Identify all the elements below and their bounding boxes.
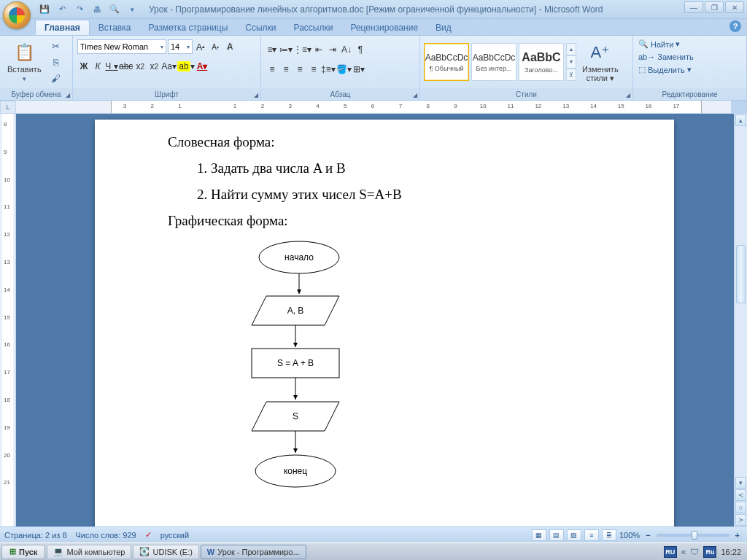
dialog-launcher-icon[interactable]: ◢ [626,92,630,98]
shading-button[interactable]: 🪣▾ [336,62,352,77]
find-button[interactable]: 🔍Найти ▾ [636,39,743,50]
scroll-thumb[interactable] [736,245,746,303]
browse-object-icon[interactable]: ○ [735,502,746,513]
indent-decrease-button[interactable]: ⇤ [312,42,325,57]
close-button[interactable]: ✕ [725,1,744,13]
gallery-down-icon[interactable]: ▾ [566,55,576,68]
ruler-vertical[interactable]: 89101112131415161718192021 [0,114,16,526]
tray-lang-1[interactable]: RU [664,546,677,558]
task-word[interactable]: WУрок - Программиро... [201,545,306,559]
bullets-button[interactable]: ≡▾ [266,42,279,57]
line-spacing-button[interactable]: ‡≡▾ [321,62,336,77]
minimize-button[interactable]: — [684,1,703,13]
cut-icon[interactable]: ✂ [49,39,63,53]
status-page[interactable]: Страница: 2 из 8 [4,531,67,540]
gallery-more-icon[interactable]: ⊻ [566,69,576,81]
save-icon[interactable]: 💾 [38,3,51,16]
bold-button[interactable]: Ж [77,59,90,74]
shrink-font-icon[interactable]: A▾ [209,39,222,54]
underline-button[interactable]: Ч ▾ [105,59,118,74]
preview-icon[interactable]: 🔍 [108,3,121,16]
zoom-out-icon[interactable]: − [643,531,653,540]
copy-icon[interactable]: ⎘ [49,55,63,69]
tab-home[interactable]: Главная [35,20,90,35]
replace-button[interactable]: ab→Заменить [636,52,743,62]
tray-shield-icon[interactable]: 🛡 [690,547,699,557]
gallery-scroll: ▴ ▾ ⊻ [566,43,576,81]
align-right-button[interactable]: ≡ [293,62,306,77]
sort-button[interactable]: A↓ [340,42,353,57]
style-no-spacing[interactable]: AaBbCcDcБез интер... [471,43,516,81]
dialog-launcher-icon[interactable]: ◢ [66,92,70,98]
tray-chevron-icon[interactable]: « [681,547,686,557]
view-draft[interactable]: ≣ [602,529,616,541]
change-styles-button[interactable]: A⁺ Изменить стили ▾ [578,40,622,85]
select-button[interactable]: ⬚Выделить ▾ [636,64,743,75]
tab-page-layout[interactable]: Разметка страницы [139,20,236,35]
grow-font-icon[interactable]: A▴ [194,39,207,54]
task-my-computer[interactable]: 💻Мой компьютер [47,545,131,559]
zoom-slider[interactable] [657,534,729,537]
tab-view[interactable]: Вид [427,20,460,35]
tab-mailings[interactable]: Рассылки [285,20,342,35]
align-center-button[interactable]: ≡ [279,62,293,77]
font-size-select[interactable]: 14▾ [168,39,193,54]
ruler-horizontal[interactable]: 321 1234 5678 9101112 13141516 17 [16,101,731,114]
subscript-button[interactable]: x2 [133,59,147,74]
view-full-reading[interactable]: ▤ [549,529,564,541]
redo-icon[interactable]: ↷ [73,3,86,16]
format-painter-icon[interactable]: 🖌 [49,71,63,85]
tab-insert[interactable]: Вставка [90,20,140,35]
italic-button[interactable]: К [91,59,104,74]
style-normal[interactable]: AaBbCcDc¶ Обычный [424,43,469,81]
tray-clock[interactable]: 16:22 [721,548,741,556]
scrollbar-vertical[interactable]: ▴ ▾ ≺ ○ ≻ [734,114,747,526]
change-case-button[interactable]: Aa▾ [161,59,177,74]
indent-increase-button[interactable]: ⇥ [326,42,339,57]
view-print-layout[interactable]: ▦ [532,529,546,541]
zoom-label[interactable]: 100% [619,531,640,540]
scroll-up-icon[interactable]: ▴ [735,114,746,126]
font-color-button[interactable]: A▾ [196,59,209,74]
office-button[interactable] [3,1,31,29]
view-web[interactable]: ▧ [567,529,581,541]
status-language[interactable]: русский [160,531,189,540]
help-icon[interactable]: ? [729,20,741,32]
status-words[interactable]: Число слов: 929 [76,531,136,540]
tray-lang-2[interactable]: Ru [703,546,716,558]
style-heading[interactable]: AaBbCЗаголово... [519,43,564,81]
highlight-button[interactable]: ab▾ [177,59,195,74]
justify-button[interactable]: ≡ [307,62,320,77]
tab-review[interactable]: Рецензирование [341,20,427,35]
status-bar: Страница: 2 из 8 Число слов: 929 ✓ русск… [0,526,747,542]
show-marks-button[interactable]: ¶ [354,42,367,57]
dialog-launcher-icon[interactable]: ◢ [254,92,258,98]
task-udisk[interactable]: 💽UDISK (E:) [133,545,198,559]
gallery-up-icon[interactable]: ▴ [566,43,576,55]
clear-format-icon[interactable]: A̷ [223,39,236,54]
align-left-button[interactable]: ≡ [266,62,279,77]
print-icon[interactable]: 🖶 [90,3,104,16]
qat-more-icon[interactable]: ▾ [125,3,139,16]
scroll-down-icon[interactable]: ▾ [735,477,746,489]
dialog-launcher-icon[interactable]: ◢ [413,92,417,98]
ruler-corner[interactable]: L [0,101,16,114]
page[interactable]: Словесная форма: 1. Задать два числа A и… [95,120,674,526]
multilevel-button[interactable]: ⋮≡▾ [293,42,311,57]
font-name-select[interactable]: Times New Roman▾ [77,39,166,54]
view-outline[interactable]: ≡ [584,529,599,541]
undo-icon[interactable]: ↶ [55,3,69,16]
tab-references[interactable]: Ссылки [236,20,285,35]
strike-button[interactable]: abc [119,59,133,74]
status-proof-icon[interactable]: ✓ [145,530,152,540]
restore-button[interactable]: ❐ [705,1,724,13]
prev-page-icon[interactable]: ≺ [735,489,746,501]
document-scroll[interactable]: Словесная форма: 1. Задать два числа A и… [16,114,734,526]
numbering-button[interactable]: ≔▾ [279,42,293,57]
superscript-button[interactable]: x2 [147,59,160,74]
borders-button[interactable]: ⊞▾ [352,62,365,77]
paste-button[interactable]: 📋 Вставить ▾ [4,40,45,84]
start-button[interactable]: ⊞Пуск [1,545,45,559]
zoom-in-icon[interactable]: + [732,531,743,540]
next-page-icon[interactable]: ≻ [735,514,746,526]
